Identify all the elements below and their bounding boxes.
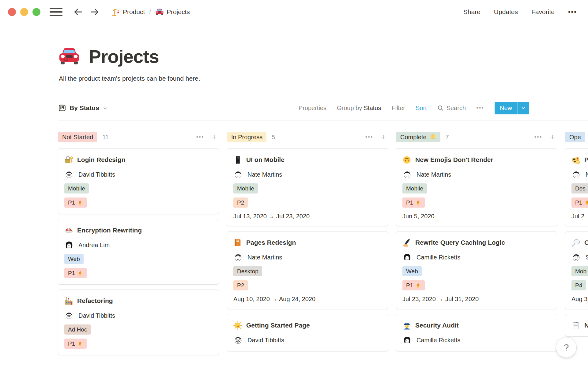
board-card[interactable]: Rewrite Query Caching LogicCamille Ricke… [396, 232, 557, 309]
avatar [402, 253, 412, 262]
column-more-button[interactable]: ••• [534, 134, 542, 140]
column-header: Complete7•••+ [396, 131, 557, 143]
favorite-button[interactable]: Favorite [531, 8, 555, 16]
column-card-count: 5 [272, 134, 275, 141]
crane-emoji [111, 8, 120, 16]
card-tag: Web [402, 266, 422, 276]
card-tag: P1 [64, 339, 87, 349]
card-title-row: Login Redesign [64, 155, 213, 165]
forward-arrow-icon[interactable] [89, 7, 100, 17]
toolbar-divider [58, 121, 588, 121]
window-topbar: Product / Projects Share Updates Favorit… [0, 0, 588, 24]
sort-button[interactable]: Sort [416, 105, 427, 112]
sun-with-face-emoji [233, 321, 242, 330]
column-status-badge[interactable]: Not Started [58, 132, 97, 142]
card-tag: P4 [571, 280, 586, 290]
notion-window: Product / Projects Share Updates Favorit… [0, 0, 588, 368]
card-title: Encryption Rewriting [77, 225, 142, 235]
chevron-down-icon [521, 105, 526, 110]
column-status-badge[interactable]: In Progress [227, 132, 266, 142]
card-title-row: Getting Started Page [233, 320, 382, 330]
card-tag-row: Mobile [402, 183, 551, 194]
column-add-card-button[interactable]: + [380, 133, 386, 141]
column-add-card-button[interactable]: + [549, 133, 555, 141]
updates-button[interactable]: Updates [494, 8, 518, 16]
card-person-row: Andrea Lim [64, 240, 213, 250]
admission-tickets-emoji [571, 155, 580, 164]
group-by-value: Status [364, 105, 381, 111]
card-tag-row: P2 [233, 280, 382, 290]
card-title-row: Encryption Rewriting [64, 225, 213, 235]
column-header: Ope [565, 131, 588, 143]
card-person-row: Nate Martins [402, 170, 551, 179]
close-window-button[interactable] [8, 8, 16, 16]
board-card[interactable]: UI on MobileNate MartinsMobileP2Jul 13, … [227, 149, 388, 226]
board-card[interactable]: Security AuditCamille Ricketts [396, 314, 557, 351]
tag-label: P2 [237, 199, 244, 206]
upside-down-face-emoji [402, 155, 411, 164]
share-button[interactable]: Share [463, 8, 481, 16]
card-person-row: Nate Martins [233, 253, 382, 262]
back-arrow-icon[interactable] [73, 7, 83, 17]
person-name: N [586, 171, 588, 178]
card-tag-row: Mobile [233, 183, 382, 194]
zoom-window-button[interactable] [32, 8, 40, 16]
breadcrumb-projects[interactable]: Projects [167, 8, 190, 16]
column-more-button[interactable]: ••• [365, 134, 373, 140]
card-date: Jul 23, 2020 → Jul 31, 2020 [402, 296, 551, 303]
card-title: P [584, 155, 588, 165]
properties-button[interactable]: Properties [299, 105, 326, 112]
column-actions: •••+ [534, 133, 555, 141]
column-status-badge[interactable]: Complete [396, 132, 440, 142]
orange-book-emoji [233, 238, 242, 247]
card-person-row: Camille Ricketts [402, 253, 551, 262]
tag-label: P1 [68, 199, 75, 206]
view-more-button[interactable]: ••• [476, 105, 484, 111]
card-tag-row: Mobile [64, 183, 213, 194]
notepad-emoji [571, 321, 580, 330]
sidebar-menu-icon[interactable] [50, 8, 62, 16]
new-button-label[interactable]: New [495, 102, 517, 114]
minimize-window-button[interactable] [20, 8, 28, 16]
board-card[interactable]: PNDesP1Jul 2 [565, 149, 588, 226]
new-button[interactable]: New [495, 102, 529, 114]
avatar [233, 170, 243, 179]
board-card[interactable]: RefactoringDavid TibbittsAd HocP1 [58, 290, 219, 355]
card-tag-row: Web [64, 254, 213, 264]
page-title[interactable]: Projects [89, 46, 159, 67]
board-card[interactable]: Login RedesignDavid TibbittsMobileP1 [58, 149, 219, 214]
board-card[interactable]: Encryption RewritingAndrea LimWebP1 [58, 219, 219, 284]
page-description[interactable]: All the product team's projects can be f… [59, 75, 530, 82]
card-date: Jul 2 [571, 213, 588, 220]
board-column: OpePNDesP1Jul 2CSMobP4Aug 3N [565, 131, 588, 342]
filter-button[interactable]: Filter [392, 105, 405, 112]
search-button[interactable]: Search [437, 105, 466, 112]
chevron-down-icon [103, 106, 108, 111]
board-card[interactable]: Getting Started PageDavid Tibbitts [227, 314, 388, 351]
card-date: Aug 3 [571, 296, 588, 303]
board-card[interactable]: CSMobP4Aug 3 [565, 232, 588, 309]
board-card[interactable]: New Emojis Don't RenderNate MartinsMobil… [396, 149, 557, 226]
more-options-button[interactable]: ••• [568, 8, 577, 16]
group-by-button[interactable]: Group by Status [337, 105, 381, 112]
avatar [64, 170, 74, 179]
column-status-badge[interactable]: Ope [565, 132, 585, 142]
help-button[interactable]: ? [556, 337, 576, 358]
tag-label: Mobile [237, 185, 254, 192]
column-more-button[interactable]: ••• [196, 134, 204, 140]
breadcrumb-product[interactable]: Product [123, 8, 145, 16]
board-card[interactable]: N [565, 314, 588, 336]
search-icon [437, 105, 444, 111]
new-button-dropdown[interactable] [517, 102, 529, 114]
person-name: Nate Martins [417, 171, 451, 178]
view-switcher[interactable]: By Status [58, 104, 108, 112]
board-card[interactable]: Pages RedesignNate MartinsDesktopP2Aug 1… [227, 232, 388, 309]
card-tag: Mobile [402, 183, 427, 194]
column-add-card-button[interactable]: + [211, 133, 217, 141]
car-emoji[interactable] [58, 45, 80, 67]
card-title-row: P [571, 155, 588, 165]
card-tag: Mob [571, 266, 588, 276]
column-status-label: Not Started [62, 133, 93, 141]
card-tag: P1 [402, 197, 425, 208]
tag-label: P1 [406, 199, 413, 206]
